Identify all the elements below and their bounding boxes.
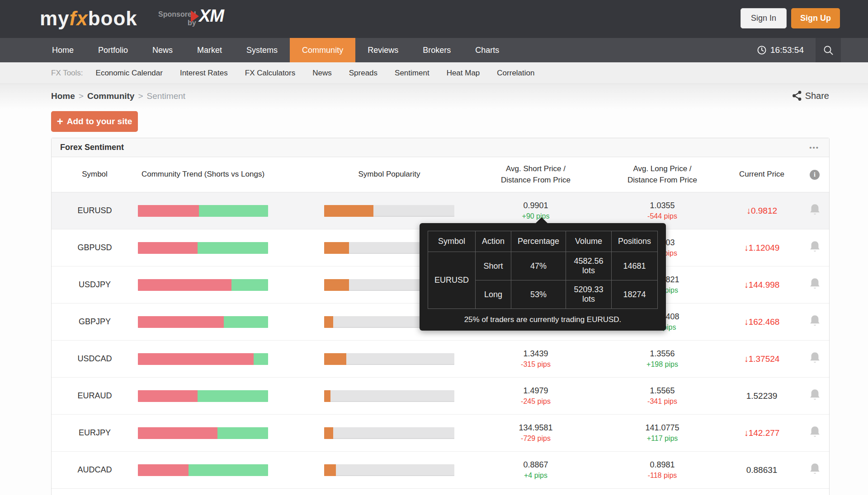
community-trend-bar[interactable]	[138, 464, 268, 476]
shorts-bar-segment	[138, 353, 254, 365]
longs-bar-segment	[198, 242, 268, 254]
nav-item-brokers[interactable]: Brokers	[410, 38, 463, 62]
top-header-bar: myfxbook Sponsored by XM Sign In Sign Up	[0, 0, 868, 38]
tooltip-positions: 18274	[611, 280, 657, 309]
bell-icon	[809, 277, 821, 290]
breadcrumb-home[interactable]: Home	[51, 91, 75, 101]
price-alert-button[interactable]	[800, 277, 829, 292]
community-trend-bar[interactable]	[138, 353, 268, 365]
avg-long-price: 1.5565	[610, 386, 714, 396]
symbol-popularity-bar[interactable]	[324, 390, 454, 402]
table-header-row: Symbol Community Trend (Shorts vs Longs)…	[52, 157, 829, 192]
myfxbook-logo[interactable]: myfxbook	[40, 7, 137, 30]
avg-long-price-cell: 1.0355-544 pips	[610, 201, 714, 220]
price-alert-button[interactable]	[800, 203, 829, 218]
price-alert-button[interactable]	[800, 351, 829, 366]
table-row-usdcad[interactable]: USDCAD1.3439-315 pips1.3556+198 pips↓1.3…	[52, 341, 829, 378]
tooltip-symbol: EURUSD	[428, 252, 476, 309]
clock-icon	[757, 45, 767, 55]
community-trend-bar[interactable]	[138, 390, 268, 402]
symbol-popularity-bar[interactable]	[324, 464, 454, 476]
breadcrumb-separator: >	[79, 91, 84, 101]
fx-tool-spreads[interactable]: Spreads	[349, 69, 377, 78]
page: myfxbook Sponsored by XM Sign In Sign Up…	[0, 0, 868, 495]
column-header-avg-long-price: Avg. Long Price /Distance From Price	[610, 163, 714, 186]
shorts-bar-segment	[138, 427, 217, 439]
avg-short-price: 0.8867	[484, 460, 588, 470]
fx-tool-correlation[interactable]: Correlation	[497, 69, 534, 78]
symbol-label[interactable]: EURAUD	[52, 391, 138, 401]
xm-sponsor-logo[interactable]: XM	[190, 6, 224, 26]
table-row-audcad[interactable]: AUDCAD0.8867+4 pips0.8981-118 pips0.8863…	[52, 452, 829, 489]
nav-item-portfolio[interactable]: Portfolio	[86, 38, 140, 62]
price-alert-button[interactable]	[800, 462, 829, 477]
fx-tool-fx-calculators[interactable]: FX Calculators	[245, 69, 295, 78]
bell-icon	[809, 351, 821, 364]
info-icon[interactable]: i	[810, 170, 820, 180]
sentiment-tooltip: SymbolActionPercentageVolumePositions EU…	[420, 223, 666, 331]
price-down-arrow-icon: ↓	[746, 205, 751, 215]
fx-tool-interest-rates[interactable]: Interest Rates	[180, 69, 228, 78]
symbol-label[interactable]: AUDCAD	[52, 465, 138, 475]
symbol-label[interactable]: EURJPY	[52, 428, 138, 438]
avg-long-price-cell: 141.0775+117 pips	[610, 423, 714, 443]
tooltip-percentage: 47%	[511, 252, 566, 280]
symbol-label[interactable]: GBPUSD	[52, 243, 138, 252]
symbol-popularity-bar[interactable]	[324, 427, 454, 439]
fx-tool-heat-map[interactable]: Heat Map	[447, 69, 480, 78]
nav-item-home[interactable]: Home	[40, 38, 86, 62]
search-button[interactable]	[816, 38, 841, 62]
panel-header: Forex Sentiment •••	[52, 138, 829, 157]
avg-short-price-cell: 1.4979-245 pips	[484, 386, 588, 406]
price-alert-button[interactable]	[800, 240, 829, 255]
symbol-popularity-bar[interactable]	[324, 353, 454, 365]
fx-tool-news[interactable]: News	[312, 69, 332, 78]
table-row-euraud[interactable]: EURAUD1.4979-245 pips1.5565-341 pips1.52…	[52, 378, 829, 415]
popularity-fill	[324, 279, 349, 291]
column-header-avg-short-price: Avg. Short Price /Distance From Price	[484, 163, 588, 186]
tooltip-volume: 4582.56 lots	[566, 252, 612, 280]
share-button[interactable]: Share	[792, 90, 829, 101]
nav-item-community[interactable]: Community	[290, 38, 355, 62]
price-down-arrow-icon: ↓	[744, 317, 749, 327]
community-trend-bar[interactable]	[138, 205, 268, 217]
price-alert-button[interactable]	[800, 314, 829, 329]
current-price: ↓1.12049	[723, 243, 800, 253]
short-distance-pips: -729 pips	[484, 434, 588, 443]
community-trend-bar[interactable]	[138, 316, 268, 328]
shorts-bar-segment	[138, 316, 224, 328]
sign-up-button[interactable]: Sign Up	[791, 8, 840, 28]
column-header-current-price: Current Price	[723, 169, 800, 180]
table-row-eurjpy[interactable]: EURJPY134.9581-729 pips141.0775+117 pips…	[52, 415, 829, 452]
nav-item-charts[interactable]: Charts	[463, 38, 511, 62]
nav-items: HomePortfolioNewsMarketSystemsCommunityR…	[40, 38, 511, 62]
long-distance-pips: +198 pips	[610, 360, 714, 369]
avg-long-price-cell: 0.8981-118 pips	[610, 460, 714, 480]
nav-item-systems[interactable]: Systems	[234, 38, 290, 62]
nav-item-reviews[interactable]: Reviews	[355, 38, 410, 62]
current-price: ↓144.998	[723, 280, 800, 290]
add-to-your-site-button[interactable]: + Add to your site	[51, 111, 138, 132]
sign-in-button[interactable]: Sign In	[741, 8, 787, 28]
fx-tool-economic-calendar[interactable]: Economic Calendar	[96, 69, 163, 78]
tooltip-caption: 25% of traders are currently trading EUR…	[428, 315, 658, 324]
current-price: ↓1.37524	[723, 354, 800, 364]
price-down-arrow-icon: ↓	[744, 354, 749, 364]
symbol-label[interactable]: GBPJPY	[52, 317, 138, 327]
community-trend-bar[interactable]	[138, 427, 268, 439]
fx-tool-sentiment[interactable]: Sentiment	[395, 69, 429, 78]
symbol-label[interactable]: EURUSD	[52, 206, 138, 215]
symbol-popularity-bar[interactable]	[324, 205, 454, 217]
symbol-label[interactable]: USDCAD	[52, 354, 138, 364]
price-alert-button[interactable]	[800, 388, 829, 403]
panel-menu-button[interactable]: •••	[809, 144, 819, 151]
price-alert-button[interactable]	[800, 425, 829, 440]
symbol-label[interactable]: USDJPY	[52, 280, 138, 290]
community-trend-bar[interactable]	[138, 242, 268, 254]
fx-tools-items: Economic CalendarInterest RatesFX Calcul…	[96, 69, 552, 78]
nav-item-market[interactable]: Market	[185, 38, 234, 62]
community-trend-bar[interactable]	[138, 279, 268, 291]
breadcrumb-community[interactable]: Community	[87, 91, 135, 101]
nav-item-news[interactable]: News	[140, 38, 185, 62]
price-down-arrow-icon: ↓	[744, 243, 749, 252]
